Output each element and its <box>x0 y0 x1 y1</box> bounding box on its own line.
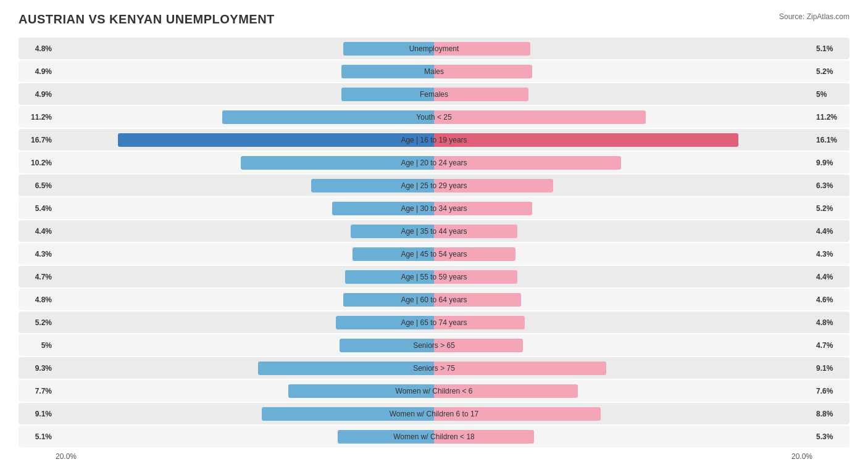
left-value: 4.7% <box>19 266 56 287</box>
bar-left <box>341 88 434 101</box>
chart-row: 16.7%16.1%Age | 16 to 19 years <box>19 129 849 151</box>
axis-left-label: 20.0% <box>56 452 77 461</box>
right-value: 4.4% <box>812 220 849 242</box>
bar-right <box>434 88 528 101</box>
bar-right <box>434 156 621 170</box>
bar-right <box>434 42 530 56</box>
right-value: 5% <box>812 83 849 105</box>
bar-left <box>343 293 434 307</box>
bar-left <box>258 362 434 375</box>
chart-row: 10.2%9.9%Age | 20 to 24 years <box>19 152 849 173</box>
chart-row: 4.8%5.1%Unemployment <box>19 38 849 59</box>
left-value: 4.9% <box>19 83 56 105</box>
axis-right-label: 20.0% <box>791 452 812 461</box>
left-value: 6.5% <box>19 175 56 196</box>
left-value: 9.1% <box>19 403 56 424</box>
right-value: 9.1% <box>812 357 849 379</box>
chart-row: 5.4%5.2%Age | 30 to 34 years <box>19 197 849 219</box>
right-value: 6.3% <box>812 175 849 196</box>
chart-row: 4.9%5%Females <box>19 83 849 105</box>
left-value: 5.2% <box>19 312 56 333</box>
chart-row: 4.8%4.6%Age | 60 to 64 years <box>19 289 849 310</box>
chart-row: 6.5%6.3%Age | 25 to 29 years <box>19 175 849 196</box>
left-value: 9.3% <box>19 357 56 379</box>
bar-left <box>118 133 434 147</box>
right-value: 5.3% <box>812 426 849 447</box>
bar-left <box>222 110 434 124</box>
bar-right <box>434 339 523 352</box>
bar-right <box>434 65 532 78</box>
chart-row: 9.1%8.8%Women w/ Children 6 to 17 <box>19 403 849 424</box>
left-value: 5.4% <box>19 197 56 219</box>
bar-left <box>341 65 434 78</box>
left-value: 4.4% <box>19 220 56 242</box>
axis-row: 20.0% 20.0% <box>19 452 849 461</box>
left-value: 4.8% <box>19 289 56 310</box>
bar-right <box>434 110 646 124</box>
bar-left <box>338 430 434 444</box>
axis-labels: 20.0% 20.0% <box>19 452 849 461</box>
bar-right <box>434 179 553 192</box>
bar-right <box>434 293 521 307</box>
chart-row: 5.1%5.3%Women w/ Children < 18 <box>19 426 849 447</box>
bar-left <box>353 247 434 261</box>
bar-right <box>434 202 532 215</box>
bar-right <box>434 362 606 375</box>
left-value: 4.3% <box>19 243 56 265</box>
right-value: 7.6% <box>812 380 849 402</box>
right-value: 4.4% <box>812 266 849 287</box>
right-value: 11.2% <box>812 106 849 128</box>
bar-left <box>241 156 434 170</box>
left-value: 10.2% <box>19 152 56 173</box>
chart-row: 11.2%11.2%Youth < 25 <box>19 106 849 128</box>
left-value: 5.1% <box>19 426 56 447</box>
chart-body: 4.8%5.1%Unemployment4.9%5.2%Males4.9%5%F… <box>19 38 849 447</box>
chart-source: Source: ZipAtlas.com <box>779 12 849 21</box>
bar-left <box>340 339 434 352</box>
right-value: 4.3% <box>812 243 849 265</box>
bar-left <box>288 384 434 398</box>
chart-container: AUSTRIAN VS KENYAN UNEMPLOYMENT Source: … <box>0 0 868 467</box>
left-value: 4.9% <box>19 60 56 82</box>
right-value: 5.2% <box>812 60 849 82</box>
chart-row: 4.9%5.2%Males <box>19 60 849 82</box>
right-value: 5.2% <box>812 197 849 219</box>
left-value: 5% <box>19 334 56 356</box>
bar-right <box>434 225 517 238</box>
left-value: 7.7% <box>19 380 56 402</box>
bar-left <box>336 316 434 329</box>
bar-right <box>434 384 578 398</box>
bar-right <box>434 430 534 444</box>
right-value: 4.7% <box>812 334 849 356</box>
right-value: 4.6% <box>812 289 849 310</box>
right-value: 9.9% <box>812 152 849 173</box>
left-value: 4.8% <box>19 38 56 59</box>
bar-left <box>332 202 435 215</box>
chart-row: 7.7%7.6%Women w/ Children < 6 <box>19 380 849 402</box>
chart-row: 9.3%9.1%Seniors > 75 <box>19 357 849 379</box>
bar-right <box>434 407 601 421</box>
chart-row: 5%4.7%Seniors > 65 <box>19 334 849 356</box>
right-value: 8.8% <box>812 403 849 424</box>
bar-left <box>343 42 434 56</box>
chart-row: 4.4%4.4%Age | 35 to 44 years <box>19 220 849 242</box>
chart-header: AUSTRIAN VS KENYAN UNEMPLOYMENT Source: … <box>19 12 849 27</box>
left-value: 16.7% <box>19 129 56 151</box>
left-value: 11.2% <box>19 106 56 128</box>
bar-right <box>434 247 515 261</box>
right-value: 4.8% <box>812 312 849 333</box>
bar-left <box>345 270 434 284</box>
bar-left <box>311 179 434 192</box>
bar-right <box>434 133 738 147</box>
bar-left <box>351 225 434 238</box>
right-value: 5.1% <box>812 38 849 59</box>
bar-left <box>262 407 434 421</box>
bar-right <box>434 270 517 284</box>
right-value: 16.1% <box>812 129 849 151</box>
chart-row: 4.3%4.3%Age | 45 to 54 years <box>19 243 849 265</box>
chart-row: 4.7%4.4%Age | 55 to 59 years <box>19 266 849 287</box>
chart-row: 5.2%4.8%Age | 65 to 74 years <box>19 312 849 333</box>
bar-right <box>434 316 525 329</box>
chart-title: AUSTRIAN VS KENYAN UNEMPLOYMENT <box>19 12 275 27</box>
